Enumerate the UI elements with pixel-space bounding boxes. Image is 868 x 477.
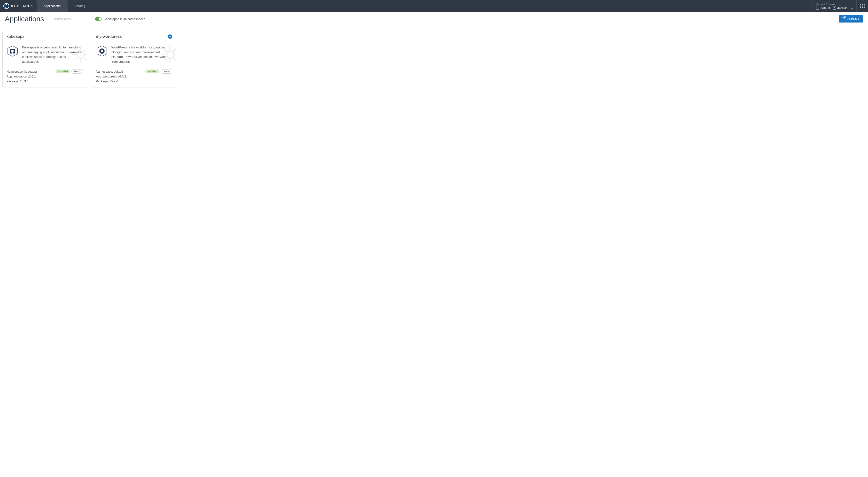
brand-logo[interactable]: KUBEAPPS bbox=[0, 3, 37, 9]
namespace-name: default bbox=[837, 6, 847, 10]
svg-rect-17 bbox=[12, 52, 13, 54]
context-selector[interactable]: Current Context default default bbox=[812, 0, 857, 12]
app-badges: installed Helm bbox=[56, 69, 83, 74]
grid-icon bbox=[860, 4, 865, 8]
all-namespaces-toggle[interactable] bbox=[95, 17, 102, 21]
svg-rect-16 bbox=[13, 51, 14, 52]
deploy-button[interactable]: DEPLOY bbox=[839, 15, 863, 23]
svg-rect-15 bbox=[12, 51, 13, 52]
top-header: KUBEAPPS Applications Catalog Current Co… bbox=[0, 0, 868, 12]
card-header: my-wordpress bbox=[92, 31, 176, 42]
plugin-badge: Helm bbox=[71, 69, 83, 74]
page-title: Applications bbox=[5, 15, 44, 23]
header-right: Current Context default default bbox=[812, 0, 868, 12]
context-label: Current Context bbox=[816, 3, 853, 6]
external-link-icon bbox=[842, 18, 845, 20]
app-name: my-wordpress bbox=[96, 34, 122, 39]
tab-label: Catalog bbox=[74, 4, 85, 8]
app-name: kubeapps bbox=[6, 34, 25, 39]
plugin-badge: Helm bbox=[161, 69, 172, 74]
app-card[interactable]: kubeapps Kubeapps is a web-based UI for … bbox=[2, 31, 87, 87]
nav-tabs: Applications Catalog bbox=[37, 0, 92, 12]
svg-rect-11 bbox=[11, 50, 11, 51]
app-description: WordPress is the world's most popular bl… bbox=[112, 45, 172, 64]
svg-rect-12 bbox=[12, 50, 13, 51]
app-icon bbox=[6, 45, 19, 57]
app-icon bbox=[96, 45, 108, 57]
card-header: kubeapps bbox=[3, 31, 87, 42]
tab-label: Applications bbox=[43, 4, 61, 8]
cluster-icon bbox=[816, 6, 819, 10]
card-footer: Namespace: default App: wordpress v6.0.2… bbox=[92, 67, 176, 87]
chevron-down-icon bbox=[850, 6, 853, 9]
namespace-icon bbox=[833, 6, 836, 10]
tab-applications[interactable]: Applications bbox=[37, 0, 67, 12]
svg-rect-13 bbox=[13, 50, 14, 51]
svg-rect-30 bbox=[101, 50, 103, 51]
apps-menu-button[interactable] bbox=[857, 0, 868, 12]
search-input[interactable] bbox=[54, 17, 88, 21]
svg-line-6 bbox=[84, 58, 87, 61]
status-badge: installed bbox=[56, 69, 70, 73]
namespace-context: default bbox=[833, 6, 847, 10]
namespace-toggle-wrap: Show apps in all namespaces bbox=[95, 17, 145, 21]
tab-catalog[interactable]: Catalog bbox=[67, 0, 92, 12]
svg-rect-29 bbox=[101, 51, 103, 52]
cluster-context: default bbox=[816, 6, 830, 10]
card-body: Kubeapps is a web-based UI for launching… bbox=[3, 42, 87, 67]
kubeapps-logo-icon bbox=[3, 3, 9, 9]
toggle-label: Show apps in all namespaces bbox=[104, 17, 145, 21]
app-meta: Namespace: default App: wordpress v6.0.2… bbox=[96, 69, 126, 84]
brand-text: KUBEAPPS bbox=[11, 4, 34, 8]
subheader: Applications Show apps in all namespaces… bbox=[0, 12, 868, 26]
deploy-label: DEPLOY bbox=[847, 18, 860, 20]
cluster-name: default bbox=[820, 6, 830, 10]
app-meta: Namespace: kubeapps App: kubeapps v2.5.1… bbox=[6, 69, 37, 84]
app-card[interactable]: my-wordpress WordPress is the world's mo… bbox=[92, 31, 176, 87]
card-body: WordPress is the world's most popular bl… bbox=[92, 42, 176, 67]
svg-rect-14 bbox=[11, 51, 11, 52]
status-badge: installed bbox=[145, 69, 160, 73]
app-description: Kubeapps is a web-based UI for launching… bbox=[22, 45, 83, 64]
upgrade-available-icon bbox=[168, 34, 172, 39]
svg-line-24 bbox=[173, 58, 176, 61]
svg-line-25 bbox=[173, 49, 176, 51]
app-badges: installed Helm bbox=[145, 69, 172, 74]
svg-line-7 bbox=[84, 49, 87, 51]
card-footer: Namespace: kubeapps App: kubeapps v2.5.1… bbox=[3, 67, 87, 87]
context-values: default default bbox=[816, 6, 853, 10]
app-cards: kubeapps Kubeapps is a web-based UI for … bbox=[0, 26, 868, 92]
